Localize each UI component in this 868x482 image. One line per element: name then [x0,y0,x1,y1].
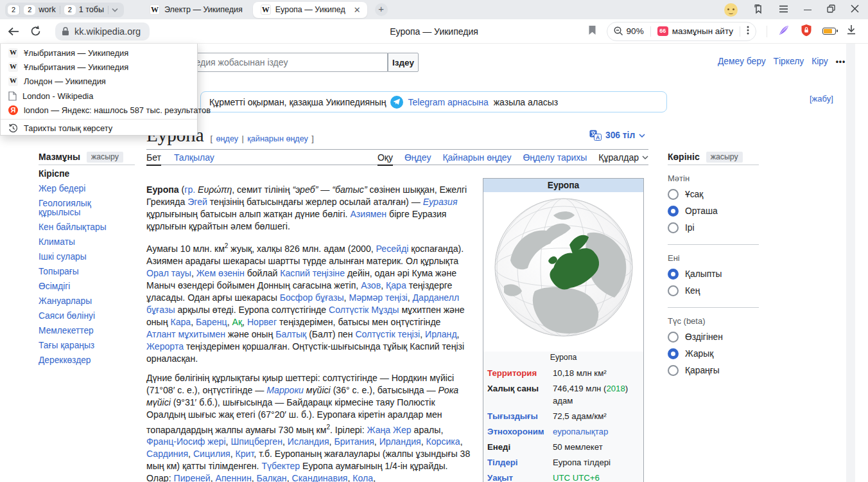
bookmarks-panel-icon[interactable] [753,4,763,16]
protect-shield-icon[interactable] [801,24,812,39]
menu-hamburger-icon[interactable] [779,5,788,15]
wiki-link[interactable]: Босфор бұғазы [280,292,344,303]
wiki-link[interactable]: Крит [236,449,254,459]
back-button[interactable] [3,22,24,41]
wiki-link[interactable]: Атлант мұхитымен [146,329,225,339]
wiki-link[interactable]: Жаңа Жер [367,424,412,434]
address-bar[interactable]: kk.wikipedia.org [55,22,150,40]
reload-button[interactable] [24,22,46,41]
toc-hide-button[interactable]: жасыру [87,152,123,163]
tab-talk[interactable]: Талқылау [174,149,214,165]
create-account-link[interactable]: Тіркелу [774,57,804,66]
tab-group-1toby[interactable]: 2 1 тобы [60,3,108,17]
more-options-icon[interactable] [747,26,749,37]
wiki-link[interactable]: мүйісі [304,385,331,395]
read-aloud-button[interactable]: 66 мазмұнын айту [657,26,733,36]
radio-option-wide[interactable]: Кең [668,282,759,299]
tab-europa-active[interactable]: W Еуропа — Уикипедия ✕ [253,2,367,18]
wiki-link[interactable]: “эреб” [292,184,318,195]
banner-close-link[interactable]: [жабу] [810,94,833,103]
window-maximize-button[interactable] [827,4,835,15]
tab-history[interactable]: Өңделу тарихы [523,149,587,165]
wiki-link[interactable]: Баренц [196,317,227,327]
battery-saver-icon[interactable] [822,28,836,35]
telegram-channel-link[interactable]: Telegram арнасына [408,97,489,107]
tab-close-icon[interactable]: ✕ [354,5,361,15]
wiki-link[interactable]: Тығыздығы [487,411,538,421]
wiki-link[interactable]: Азиямен [350,209,386,219]
tab-tools[interactable]: Құралдар [598,149,648,165]
wiki-link[interactable]: Еуразия [423,197,458,207]
wiki-link[interactable]: Франц-Иосиф жері [146,436,226,447]
suggestion-item[interactable]: Я london — Яндекс: нашлось 587 тыс. резу… [1,103,197,118]
wiki-link[interactable]: Сицилия [193,449,230,459]
wiki-link[interactable]: Ресейді [376,244,409,254]
toc-item[interactable]: Топырағы [39,267,135,276]
alice-feather-icon[interactable] [777,24,790,39]
europe-globe-image[interactable] [483,192,643,352]
wiki-link[interactable]: Ақ [232,317,243,327]
downloads-icon[interactable] [846,24,856,38]
wiki-link[interactable]: Орал тауы [146,268,191,278]
wiki-link[interactable]: Апеннин [216,473,252,482]
suggestion-item[interactable]: W Ұлыбритания — Уикипедия [1,46,197,60]
edit-link[interactable]: өңдеу [216,134,238,143]
toc-item[interactable]: Мемлекеттер [39,326,135,335]
new-tab-button[interactable]: + [375,3,388,16]
wiki-link[interactable]: Жем өзенін [196,268,245,278]
toc-item[interactable]: Ішкі сулары [39,253,135,262]
wiki-link[interactable]: Этнохороним [487,427,544,436]
wiki-link[interactable]: Территория [487,368,537,378]
language-selector[interactable]: A 306 тіл [589,130,645,141]
tab-edit[interactable]: Өңдеу [404,149,431,165]
wiki-search-input[interactable] [166,53,388,72]
wiki-link[interactable]: Норвег [247,317,277,327]
suggestion-item[interactable]: W Лондон — Уикипедия [1,75,197,89]
radio-option-dark[interactable]: Қараңғы [668,362,759,379]
wiki-link[interactable]: Ирланд [425,329,457,339]
tab-page[interactable]: Бет [146,149,161,165]
wiki-link[interactable]: Ευρώπη [198,184,232,195]
tab-group-work[interactable]: 2 work [20,3,60,17]
page-scrollbar[interactable] [846,44,855,482]
wiki-link[interactable]: 2018 [606,384,625,393]
toc-item[interactable]: Климаты [39,238,135,247]
tab-electr[interactable]: W Электр — Уикипедия [142,0,250,19]
wiki-link[interactable]: Уақыт белдеулері [487,473,535,482]
wiki-link[interactable]: Балқан [257,473,287,482]
wiki-link[interactable]: Балтық [275,329,306,339]
toc-item[interactable]: Кен байлықтары [39,223,135,232]
wiki-link[interactable]: Азов [361,280,381,290]
radio-option-standard-width[interactable]: Қалыпты [668,265,759,282]
user-menu-dots[interactable]: ••• [836,57,846,66]
toc-item[interactable]: Тағы қараңыз [39,341,135,350]
wiki-link[interactable]: Мәрмәр теңізі [349,292,407,303]
profile-avatar[interactable] [724,3,738,17]
wiki-link[interactable]: Солтүстік теңізі [355,329,420,339]
wiki-link[interactable]: гр. [184,184,195,195]
suggestion-item[interactable]: London - Wikipedia [1,89,197,103]
donate-link[interactable]: Демеу беру [718,57,766,66]
tab-read[interactable]: Оқу [378,149,393,165]
wiki-link[interactable]: Түбектер [261,461,300,471]
radio-option-standard[interactable]: Орташа [668,202,759,219]
wiki-link[interactable]: Қара [386,280,406,290]
collapsed-group-badge[interactable]: 2 [8,5,19,15]
groups-chevron-down-icon[interactable] [108,5,121,14]
wiki-link[interactable]: Скандинавия [291,473,347,482]
toc-item[interactable]: Жануарлары [39,297,135,306]
radio-option-light[interactable]: Жарық [668,345,759,362]
radio-option-automatic[interactable]: Өздігінен [668,328,759,345]
wiki-link[interactable]: Шпицберген [230,436,282,447]
wiki-link[interactable]: Жерорта [146,341,184,352]
toc-item[interactable]: Өсімдігі [39,282,135,291]
wiki-link[interactable]: Еуропа [146,184,179,195]
radio-option-large[interactable]: Ірі [668,219,759,236]
wiki-link[interactable]: Каспий теңізіне [280,268,345,278]
wiki-link[interactable]: Пиреней [174,473,211,482]
wiki-search-button[interactable]: Іздеу [388,53,419,72]
wiki-link[interactable]: Тілдері [487,458,518,467]
wiki-link[interactable]: Эгей [187,197,207,207]
toc-item[interactable]: Дереккөздер [39,356,135,365]
wiki-link[interactable]: “батыс” [332,184,367,195]
